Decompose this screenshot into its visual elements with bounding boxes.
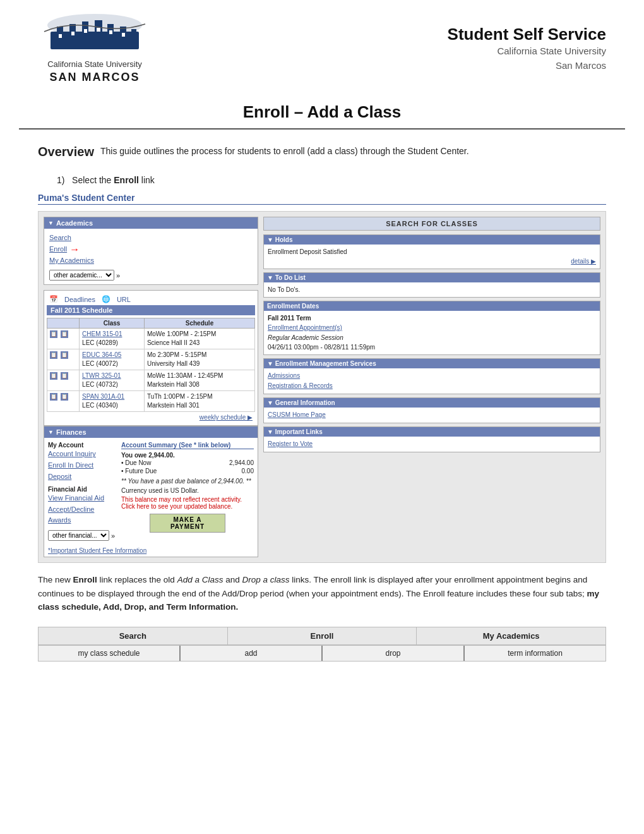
admissions-link[interactable]: Admissions	[268, 371, 596, 381]
general-info-header: ▼ General Information	[264, 398, 600, 408]
schedule-area: 📅 Deadlines 🌐 URL Fall 2011 Schedule Cla…	[44, 290, 258, 426]
important-links-panel: ▼ Important Links Register to Vote	[263, 426, 600, 452]
enroll-link[interactable]: Enroll	[49, 244, 67, 255]
svg-rect-10	[71, 32, 75, 35]
svg-rect-9	[59, 34, 62, 38]
row-icons: 📋 📋	[47, 349, 80, 370]
subtab-term-information[interactable]: term information	[465, 646, 605, 661]
holds-body: Enrollment Deposit Satisfied details ▶	[264, 245, 600, 269]
weekly-schedule-link[interactable]: weekly schedule ▶	[47, 412, 255, 423]
account-inquiry-link[interactable]: Account Inquiry	[48, 449, 117, 460]
puma-label: Puma's Student Center	[38, 193, 606, 205]
ems-body: Admissions Registration & Records	[264, 368, 600, 394]
row-schedule: Mo 2:30PM - 5:15PM University Hall 439	[144, 349, 254, 370]
academics-panel: ▼ Academics Search Enroll → My Academics…	[44, 217, 258, 285]
other-academic-dropdown[interactable]: other academic... »	[49, 270, 253, 281]
other-financial-dropdown[interactable]: other financial... »	[48, 530, 117, 541]
register-vote-link[interactable]: Register to Vote	[268, 439, 596, 449]
schedule-table: Class Schedule 📋 📋 CHEM 315-01 LEC (4028…	[47, 318, 255, 412]
schedule-location: Markstein Hall 301	[147, 401, 252, 410]
overview-section: Overview This guide outlines the process…	[38, 142, 606, 161]
svg-rect-14	[122, 33, 125, 37]
content: Overview This guide outlines the process…	[0, 130, 644, 674]
schedule-location: Markstein Hall 308	[147, 380, 252, 389]
table-row: 📋 📋 SPAN 301A-01 LEC (40340) TuTh 1:00PM…	[47, 391, 255, 412]
class-section: LEC (40732)	[82, 380, 141, 389]
finances-collapse-icon: ▼	[48, 429, 54, 435]
accept-decline-link[interactable]: Accept/Decline Awards	[48, 504, 117, 526]
deposit-link[interactable]: Deposit	[48, 471, 117, 483]
other-financial-select[interactable]: other financial...	[48, 530, 109, 541]
general-collapse-icon: ▼	[267, 399, 273, 406]
sc-toolbar: 📅 Deadlines 🌐 URL	[47, 293, 255, 305]
my-academics-link[interactable]: My Academics	[49, 255, 253, 267]
holds-details[interactable]: details ▶	[268, 257, 596, 266]
step1-text: 1) Select the Enroll link	[57, 175, 606, 185]
schedule-location: University Hall 439	[147, 360, 252, 368]
nav-tabs-container: Search Enroll My Academics my class sche…	[38, 627, 606, 662]
subtab-add[interactable]: add	[181, 646, 323, 661]
row-class: EDUC 364-05 LEC (40072)	[80, 349, 145, 370]
make-payment-button[interactable]: MAKE A PAYMENT	[150, 514, 225, 533]
row-icon-1: 📋	[50, 372, 57, 380]
row-schedule: MoWe 1:00PM - 2:15PM Science Hall II 243	[144, 329, 254, 349]
row-icon-2: 📋	[61, 330, 68, 338]
csusm-home-link[interactable]: CSUSM Home Page	[268, 410, 596, 420]
row-icons: 📋 📋	[47, 329, 80, 349]
nav-tabs-bottom: my class schedule add drop term informat…	[39, 645, 605, 661]
tab-my-academics[interactable]: My Academics	[417, 627, 605, 644]
enrollment-dates-header: Enrollment Dates	[264, 301, 600, 311]
step-section: 1) Select the Enroll link	[38, 175, 606, 185]
row-schedule: MoWe 11:30AM - 12:45PM Markstein Hall 30…	[144, 370, 254, 391]
academics-header: ▼ Academics	[44, 217, 258, 229]
enrollment-appt-link[interactable]: Enrollment Appointment(s)	[268, 323, 596, 333]
class-name[interactable]: EDUC 364-05	[82, 351, 141, 360]
subtab-drop[interactable]: drop	[323, 646, 465, 661]
row-icons: 📋 📋	[47, 370, 80, 391]
table-row: 📋 📋 LTWR 325-01 LEC (40732) MoWe 11:30AM…	[47, 370, 255, 391]
row-icon-2: 📋	[61, 351, 68, 359]
general-info-panel: ▼ General Information CSUSM Home Page	[263, 397, 600, 423]
row-icon-1: 📋	[50, 351, 57, 359]
svg-rect-8	[131, 29, 136, 37]
enroll-direct-link[interactable]: Enroll In Direct	[48, 460, 117, 471]
general-info-body: CSUSM Home Page	[264, 408, 600, 423]
important-links-header: ▼ Important Links	[264, 427, 600, 437]
todo-collapse-icon: ▼	[267, 274, 273, 281]
subtab-my-class-schedule[interactable]: my class schedule	[39, 646, 181, 661]
ems-header: ▼ Enrollment Management Services	[264, 359, 600, 368]
holds-panel: ▼ Holds Enrollment Deposit Satisfied det…	[263, 234, 600, 269]
svg-rect-12	[97, 28, 100, 32]
tab-enroll[interactable]: Enroll	[228, 627, 417, 644]
search-for-classes-btn[interactable]: SEARCH FOR CLASSES	[263, 217, 600, 231]
schedule-location: Science Hall II 243	[147, 339, 252, 348]
important-links-body: Register to Vote	[264, 437, 600, 452]
row-icon-2: 📋	[61, 372, 68, 380]
page-title: Enroll – Add a Class	[57, 102, 587, 122]
col-icons	[47, 318, 80, 329]
logo-area: California State University SAN MARCOS	[38, 13, 152, 85]
row-class: SPAN 301A-01 LEC (40340)	[80, 391, 145, 412]
other-academic-select[interactable]: other academic...	[49, 270, 114, 281]
row-icon-1: 📋	[50, 330, 57, 338]
important-fee-link[interactable]: *Important Student Fee Information	[48, 547, 258, 554]
class-name[interactable]: SPAN 301A-01	[82, 392, 141, 401]
table-row: 📋 📋 EDUC 364-05 LEC (40072) Mo 2:30PM - …	[47, 349, 255, 370]
row-icon-1: 📋	[50, 393, 57, 401]
todo-header: ▼ To Do List	[264, 273, 600, 282]
reg-records-link[interactable]: Registration & Records	[268, 381, 596, 391]
class-name[interactable]: CHEM 315-01	[82, 330, 141, 339]
collapse-icon: ▼	[48, 220, 54, 226]
important-collapse-icon: ▼	[267, 428, 273, 435]
finances-header: ▼ Finances	[44, 426, 258, 438]
overview-label: Overview	[38, 142, 94, 161]
ems-panel: ▼ Enrollment Management Services Admissi…	[263, 358, 600, 394]
schedule-time: Mo 2:30PM - 5:15PM	[147, 351, 252, 360]
service-title: Student Self Service	[448, 25, 606, 44]
view-financial-link[interactable]: View Financial Aid	[48, 493, 117, 504]
tab-search[interactable]: Search	[39, 627, 228, 644]
search-link[interactable]: Search	[49, 233, 253, 244]
class-name[interactable]: LTWR 325-01	[82, 372, 141, 380]
finances-left: My Account Account Inquiry Enroll In Dir…	[48, 442, 117, 541]
red-arrow-icon: →	[69, 244, 80, 255]
